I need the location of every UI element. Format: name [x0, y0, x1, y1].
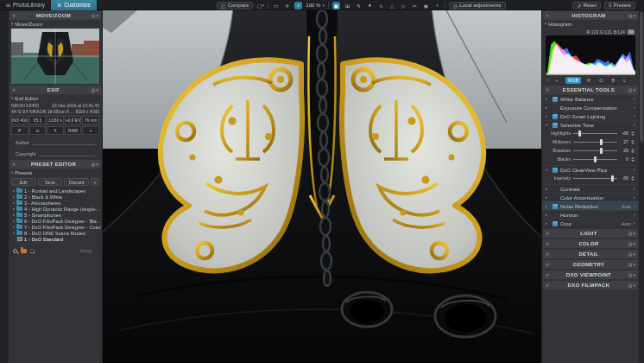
tool-dxo-clearview-plus[interactable]: ▾ DxO ClearView Plus ▾ — [542, 165, 639, 174]
correction-active-icon[interactable] — [552, 97, 558, 102]
show-corrections-button[interactable]: ◉ — [422, 2, 430, 10]
perspective-tool-button[interactable]: △ — [388, 2, 396, 10]
send-tool-button[interactable]: ▷ — [400, 2, 407, 10]
clip-tool-button[interactable]: ✂ — [411, 2, 419, 10]
slider-track[interactable] — [573, 156, 617, 162]
preset-menu-button[interactable]: ▾ — [91, 178, 99, 186]
expander-icon[interactable]: ▸ — [546, 187, 550, 191]
preset-folder-item[interactable]: ▸4 - High Dynamic Range (single-sh… — [9, 206, 102, 212]
palette-menu-button[interactable]: ▤▾ — [628, 87, 635, 92]
duplicate-icon[interactable]: ❏ — [30, 248, 35, 254]
expander-icon[interactable]: ▸ — [13, 194, 15, 199]
section-dxo-viewpoint[interactable]: ✕ DXO VIEWPOINT ▤▾ — [543, 271, 638, 279]
preset-folder-item[interactable]: ▸8 - DxO ONE Scene Modes — [9, 230, 102, 236]
histogram-toggle[interactable]: ▾ Histogram — [542, 20, 639, 28]
presets-button[interactable]: ≡ Presets — [604, 2, 635, 10]
tool-exposure-compensation[interactable]: ▸ Exposure Compensation ▾ — [542, 103, 639, 111]
preset-folder-item[interactable]: ▸7 - DxO FilmPack Designer - Color — [9, 224, 102, 230]
color-swatch[interactable] — [628, 29, 635, 35]
expander-icon[interactable]: ▸ — [546, 213, 550, 217]
channel-b-button[interactable]: B — [609, 77, 618, 84]
correction-inactive-icon[interactable] — [552, 195, 558, 201]
highlight-clipping-icon[interactable]: ▪ — [555, 78, 557, 83]
section-light[interactable]: ✕ LIGHT ▤▾ — [543, 229, 638, 238]
correction-active-icon[interactable] — [552, 114, 558, 119]
expander-icon[interactable]: ▸ — [546, 204, 550, 208]
tool-color-accentuation[interactable]: ▸ Color Accentuation ▾ — [542, 193, 639, 201]
chevron-down-icon[interactable]: ▾ — [634, 97, 635, 101]
more-tools-button[interactable]: ▾ — [433, 2, 441, 10]
tool-contrast[interactable]: ▸ Contrast ▾ — [542, 184, 639, 193]
correction-active-icon[interactable] — [552, 123, 558, 128]
compare-button[interactable]: ◫ Compare — [217, 2, 253, 10]
palette-menu-button[interactable]: ▤▾ — [92, 87, 98, 92]
expander-icon[interactable]: ▸ — [13, 213, 15, 217]
preset-edit-button[interactable]: Edit — [11, 178, 36, 186]
slider-track[interactable] — [573, 139, 617, 145]
chevron-down-icon[interactable]: ▾ — [634, 105, 635, 110]
histogram-chart[interactable] — [546, 35, 635, 75]
chevron-down-icon[interactable]: ▾ — [634, 168, 635, 172]
correction-inactive-icon[interactable] — [552, 187, 558, 192]
chevron-down-icon[interactable]: ▾ — [634, 213, 635, 217]
value-stepper[interactable] — [630, 157, 635, 162]
expander-icon[interactable]: ▸ — [13, 201, 15, 205]
image-viewer[interactable] — [103, 10, 541, 363]
expander-icon[interactable]: ▸ — [546, 114, 550, 118]
scrollbar-thumb[interactable] — [640, 12, 643, 142]
channel-r-button[interactable]: R — [584, 77, 593, 84]
preset-folder-item[interactable]: ▸3 - Atmospheres — [9, 200, 102, 206]
correction-inactive-icon[interactable] — [552, 213, 558, 218]
channel-l-button[interactable]: L — [621, 77, 628, 84]
slider-thumb[interactable] — [600, 148, 603, 154]
preset-save-button[interactable]: Save — [38, 178, 63, 186]
chevron-down-icon[interactable]: ▾ — [634, 221, 635, 226]
palette-menu-button[interactable]: ▤▾ — [628, 272, 635, 277]
zoom-tool-button[interactable]: ⌕ — [294, 2, 302, 10]
palette-menu-button[interactable]: ▤▾ — [92, 13, 98, 18]
reset-button[interactable]: ↺ Reset — [572, 2, 601, 10]
apply-button[interactable]: Apply — [74, 247, 98, 254]
chevron-down-icon[interactable]: ▾ — [634, 123, 635, 127]
expander-icon[interactable]: ▸ — [13, 225, 15, 229]
preset-folder-item[interactable]: ▸2 - Black & White — [9, 194, 102, 200]
expander-icon[interactable]: ▸ — [546, 221, 550, 226]
local-adjustments-button[interactable]: ◎ Local adjustments — [449, 2, 506, 10]
correction-active-icon[interactable] — [552, 221, 558, 226]
palette-menu-button[interactable]: ▤▾ — [92, 162, 98, 167]
tool-noise-reduction[interactable]: ▸ Noise Reduction Auto ▾ — [542, 201, 639, 210]
repair-tool-button[interactable]: ✎ — [355, 2, 363, 10]
copyright-input[interactable] — [39, 150, 95, 156]
horizon-tool-button[interactable]: ∿ — [377, 2, 385, 10]
tool-horizon[interactable]: ▸ Horizon ▾ — [542, 210, 639, 219]
slider-track[interactable] — [573, 175, 617, 182]
tool-crop[interactable]: ▸ Crop Auto ▾ — [542, 219, 639, 227]
section-color[interactable]: ✕ COLOR ▤▾ — [543, 239, 638, 248]
correction-inactive-icon[interactable] — [552, 105, 558, 111]
correction-active-icon[interactable] — [552, 204, 558, 209]
slider-thumb[interactable] — [600, 139, 603, 145]
palette-menu-button[interactable]: ▤▾ — [628, 241, 635, 246]
preset-folder-item[interactable]: ▸6 - DxO FilmPack Designer - Black… — [9, 218, 102, 224]
value-stepper[interactable] — [630, 176, 635, 181]
red-eye-tool-button[interactable]: ● — [366, 2, 374, 10]
tab-photolibrary[interactable]: ⊞ PhotoLibrary — [0, 0, 51, 10]
slider-thumb[interactable] — [594, 156, 597, 162]
slider-thumb[interactable] — [578, 131, 581, 137]
correction-active-icon[interactable] — [552, 168, 558, 173]
preset-item-selected[interactable]: 1 - DxO Standard — [9, 236, 102, 242]
section-dxo-filmpack[interactable]: ✕ DXO FILMPACK ▤▾ — [543, 281, 638, 290]
navigator-thumbnail[interactable] — [11, 29, 99, 84]
chevron-down-icon[interactable]: ▾ — [634, 187, 635, 191]
palette-menu-button[interactable]: ▤▾ — [628, 231, 635, 236]
expander-icon[interactable]: ▸ — [13, 207, 15, 211]
move-tool-button[interactable]: ✛ — [283, 2, 291, 10]
slider-track[interactable] — [573, 131, 617, 137]
tool-dxo-smart-lighting[interactable]: ▸ DxO Smart Lighting ▾ — [542, 111, 639, 120]
exif-editor-toggle[interactable]: ▾ Exif Editor — [9, 94, 102, 102]
expander-icon[interactable]: ▸ — [13, 231, 15, 235]
presets-toggle[interactable]: ▾ Presets — [9, 169, 102, 176]
section-detail[interactable]: ✕ DETAIL ▤▾ — [543, 250, 638, 258]
movezoom-toggle[interactable]: ▾ Move/Zoom — [9, 20, 102, 28]
expander-icon[interactable]: ▸ — [546, 195, 550, 200]
